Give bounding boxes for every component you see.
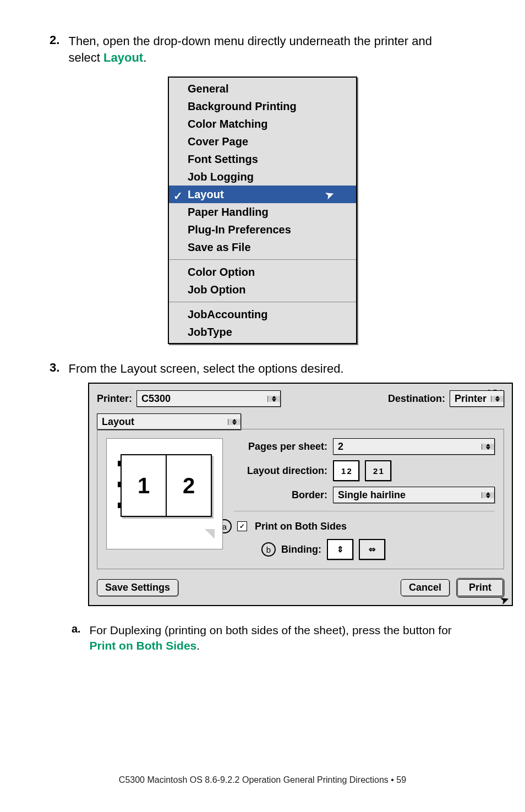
menu-item-color-matching[interactable]: Color Matching [169,115,356,133]
border-label: Border: [234,489,327,501]
highlight-layout: Layout [103,51,143,64]
layout-preview: 1 2 [106,438,223,549]
updown-icon [267,396,280,402]
menu-item-job-logging[interactable]: Job Logging [169,168,356,186]
pages-per-sheet-select[interactable]: 2 [333,438,495,455]
printer-label: Printer: [97,393,132,405]
step-2-text: Then, open the drop-down menu directly u… [68,33,464,66]
section-select[interactable]: Layout [97,413,241,430]
layout-direction-label: Layout direction: [234,465,327,477]
menu-item-layout[interactable]: ✓ Layout ➤ [169,186,356,203]
substep-a-number: a. [72,623,87,635]
print-both-sides-checkbox[interactable]: ✓ [237,521,247,531]
step-3-text: From the Layout screen, select the optio… [68,361,464,377]
print-dialog: 8.7.1 Printer: C5300 Destination: Printe… [88,383,513,606]
menu-item-paper-handling[interactable]: Paper Handling [169,203,356,221]
updown-icon [491,396,504,402]
step-2-number: 2. [50,33,66,47]
updown-icon [228,419,240,425]
page-footer: C5300 Macintosh OS 8.6-9.2.2 Operation G… [50,775,475,785]
updown-icon [482,444,494,450]
dropdown-menu: General Background Printing Color Matchi… [168,77,357,344]
substep-a-text: For Duplexing (printing on both sides of… [89,623,458,654]
layout-direction-12-button[interactable]: 1 2 [333,460,359,481]
cancel-button[interactable]: Cancel [401,579,450,596]
menu-item-general[interactable]: General [169,80,356,97]
border-select[interactable]: Single hairline [333,487,495,503]
cursor-icon: ➤ [324,187,336,204]
destination-select[interactable]: Printer [450,390,504,407]
binding-long-edge-button[interactable]: ⇕ [327,539,353,560]
menu-item-jobtype[interactable]: JobType [169,323,356,341]
binding-short-edge-button[interactable]: ⇔ [359,539,385,560]
menu-item-color-option[interactable]: Color Option [169,263,356,281]
destination-label: Destination: [388,393,445,405]
menu-item-save-as-file[interactable]: Save as File [169,238,356,256]
menu-item-font-settings[interactable]: Font Settings [169,150,356,168]
check-icon: ✓ [173,188,183,204]
menu-item-cover-page[interactable]: Cover Page [169,133,356,150]
pages-per-sheet-label: Pages per sheet: [234,441,327,453]
step-3-number: 3. [50,361,66,375]
menu-item-background-printing[interactable]: Background Printing [169,97,356,115]
updown-icon [482,492,494,498]
cursor-icon: ➤ [499,593,511,607]
save-settings-button[interactable]: Save Settings [97,579,178,596]
printer-select[interactable]: C5300 [136,390,281,407]
print-button[interactable]: Print [456,578,504,597]
highlight-both-sides: Print on Both Sides [89,639,196,652]
layout-direction-21-button[interactable]: 2 1 [365,460,391,481]
menu-item-plugin-prefs[interactable]: Plug-In Preferences [169,221,356,238]
menu-item-job-option[interactable]: Job Option [169,281,356,298]
marker-b: b [261,542,276,557]
binding-label: Binding: [281,544,321,555]
print-both-sides-label: Print on Both Sides [255,521,347,532]
menu-item-jobaccounting[interactable]: JobAccounting [169,306,356,323]
